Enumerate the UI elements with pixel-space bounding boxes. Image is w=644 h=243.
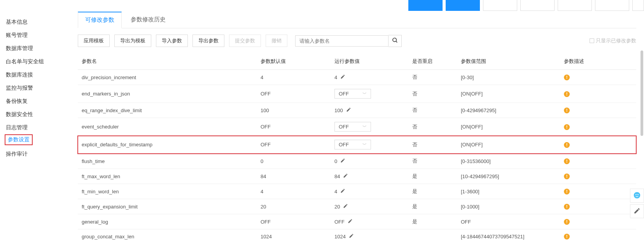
info-icon[interactable]: ! bbox=[564, 189, 570, 194]
edit-icon[interactable] bbox=[343, 203, 348, 210]
cell-name: ft_query_expansion_limit bbox=[78, 199, 257, 214]
runtime-value: OFF bbox=[334, 219, 345, 225]
export-params-button[interactable]: 导出参数 bbox=[192, 35, 224, 47]
table-row: ft_query_expansion_limit 20 20 是 [0-1000… bbox=[78, 199, 636, 214]
cell-name: general_log bbox=[78, 214, 257, 229]
cell-name: eq_range_index_dive_limit bbox=[78, 103, 257, 118]
col-header-range: 参数值范围 bbox=[457, 53, 560, 70]
tab-param-history[interactable]: 参数修改历史 bbox=[123, 12, 173, 28]
search-button[interactable] bbox=[388, 35, 402, 47]
runtime-select[interactable]: OFF﹀ bbox=[334, 140, 371, 149]
cell-default: 100 bbox=[257, 103, 331, 118]
info-icon[interactable]: ! bbox=[564, 91, 570, 97]
cell-desc: ! bbox=[560, 85, 636, 103]
runtime-value: 20 bbox=[334, 204, 340, 210]
col-header-reboot: 是否重启 bbox=[408, 53, 457, 70]
info-icon[interactable]: ! bbox=[564, 108, 570, 113]
submit-params-button: 提交参数 bbox=[229, 35, 261, 47]
sidebar-item-monitoring-alerts[interactable]: 监控与报警 bbox=[0, 82, 70, 95]
edit-icon[interactable] bbox=[348, 219, 353, 225]
sidebar: 基本信息 账号管理 数据库管理 白名单与安全组 数据库连接 监控与报警 备份恢复… bbox=[0, 0, 70, 243]
sidebar-item-data-security[interactable]: 数据安全性 bbox=[0, 108, 70, 121]
edit-icon[interactable] bbox=[343, 173, 348, 179]
info-icon[interactable]: ! bbox=[564, 75, 570, 80]
cell-range: [4-18446744073709547521] bbox=[457, 229, 560, 243]
sidebar-item-basic-info[interactable]: 基本信息 bbox=[0, 16, 70, 29]
info-icon[interactable]: ! bbox=[564, 204, 570, 210]
cell-default: 84 bbox=[257, 169, 331, 184]
filter-modified-checkbox[interactable]: 只显示已修改参数 bbox=[590, 37, 636, 44]
tabs: 可修改参数 参数修改历史 bbox=[78, 12, 636, 28]
runtime-value: 84 bbox=[334, 174, 340, 179]
table-row: end_markers_in_json OFF OFF﹀ 否 [ON|OFF] … bbox=[78, 85, 636, 103]
cell-runtime: 4 bbox=[331, 70, 408, 85]
cell-reboot: 否 bbox=[408, 103, 457, 118]
cell-reboot bbox=[408, 229, 457, 243]
table-row: group_concat_max_len 1024 1024 [4-184467… bbox=[78, 229, 636, 243]
chevron-down-icon: ﹀ bbox=[362, 142, 367, 148]
apply-template-button[interactable]: 应用模板 bbox=[78, 35, 110, 47]
sidebar-item-param-settings[interactable]: 参数设置 bbox=[5, 134, 33, 145]
search-box bbox=[295, 35, 402, 47]
table-row: ft_max_word_len 84 84 是 [10-4294967295] … bbox=[78, 169, 636, 184]
export-template-button[interactable]: 导出为模板 bbox=[114, 35, 151, 47]
info-icon[interactable]: ! bbox=[564, 142, 570, 148]
cell-range: [0-31536000] bbox=[457, 154, 560, 169]
info-icon[interactable]: ! bbox=[564, 124, 570, 130]
runtime-value: 4 bbox=[334, 189, 337, 194]
cell-reboot: 否 bbox=[408, 136, 457, 154]
cell-name: div_precision_increment bbox=[78, 70, 257, 85]
cell-desc: ! bbox=[560, 229, 636, 243]
edit-icon[interactable] bbox=[340, 74, 345, 80]
table-row: explicit_defaults_for_timestamp OFF OFF﹀… bbox=[78, 136, 636, 154]
runtime-value: 0 bbox=[334, 158, 337, 164]
runtime-select[interactable]: OFF﹀ bbox=[334, 122, 371, 132]
table-row: div_precision_increment 4 4 否 [0-30] ! bbox=[78, 70, 636, 85]
info-icon[interactable]: ! bbox=[564, 219, 570, 225]
info-icon[interactable]: ! bbox=[564, 174, 570, 179]
sidebar-item-database-connection[interactable]: 数据库连接 bbox=[0, 68, 70, 82]
cell-reboot: 是 bbox=[408, 199, 457, 214]
main-content: 可修改参数 参数修改历史 应用模板 导出为模板 导入参数 导出参数 提交参数 撤… bbox=[70, 0, 644, 243]
cell-default: OFF bbox=[257, 85, 331, 103]
info-icon[interactable]: ! bbox=[564, 234, 570, 240]
svg-line-1 bbox=[396, 41, 397, 42]
float-help-button[interactable] bbox=[630, 189, 644, 203]
cell-desc: ! bbox=[560, 103, 636, 118]
sidebar-item-operation-audit[interactable]: 操作审计 bbox=[0, 148, 70, 161]
edit-icon[interactable] bbox=[340, 158, 345, 164]
pencil-icon bbox=[634, 207, 640, 215]
cell-name: group_concat_max_len bbox=[78, 229, 257, 243]
col-header-desc: 参数描述 bbox=[560, 53, 636, 70]
runtime-value: 100 bbox=[334, 108, 343, 113]
edit-icon[interactable] bbox=[346, 107, 351, 113]
float-edit-button[interactable] bbox=[630, 204, 644, 218]
sidebar-item-whitelist-security[interactable]: 白名单与安全组 bbox=[0, 55, 70, 68]
edit-icon[interactable] bbox=[349, 233, 354, 240]
sidebar-item-account-mgmt[interactable]: 账号管理 bbox=[0, 29, 70, 42]
help-icon bbox=[633, 191, 641, 200]
cell-desc: ! bbox=[560, 118, 636, 136]
scrollbar[interactable] bbox=[640, 50, 643, 136]
sidebar-item-database-mgmt[interactable]: 数据库管理 bbox=[0, 42, 70, 55]
cell-name: ft_max_word_len bbox=[78, 169, 257, 184]
import-params-button[interactable]: 导入参数 bbox=[156, 35, 188, 47]
cell-desc: ! bbox=[560, 184, 636, 199]
select-value: OFF bbox=[339, 91, 349, 97]
cell-range: [0-4294967295] bbox=[457, 103, 560, 118]
chevron-down-icon: ﹀ bbox=[362, 91, 367, 97]
info-icon[interactable]: ! bbox=[564, 158, 570, 164]
cell-default: 4 bbox=[257, 184, 331, 199]
cell-default: 4 bbox=[257, 70, 331, 85]
sidebar-item-backup-restore[interactable]: 备份恢复 bbox=[0, 95, 70, 108]
revoke-button: 撤销 bbox=[266, 35, 287, 47]
floating-icons bbox=[630, 189, 644, 220]
col-header-default: 参数默认值 bbox=[257, 53, 331, 70]
sidebar-item-log-mgmt[interactable]: 日志管理 bbox=[0, 121, 70, 134]
edit-icon[interactable] bbox=[340, 188, 345, 194]
table-row: general_log OFF OFF 是 OFF ! bbox=[78, 214, 636, 229]
search-input[interactable] bbox=[295, 35, 388, 47]
runtime-select[interactable]: OFF﹀ bbox=[334, 89, 371, 99]
cell-runtime: 84 bbox=[331, 169, 408, 184]
tab-editable-params[interactable]: 可修改参数 bbox=[78, 12, 122, 28]
